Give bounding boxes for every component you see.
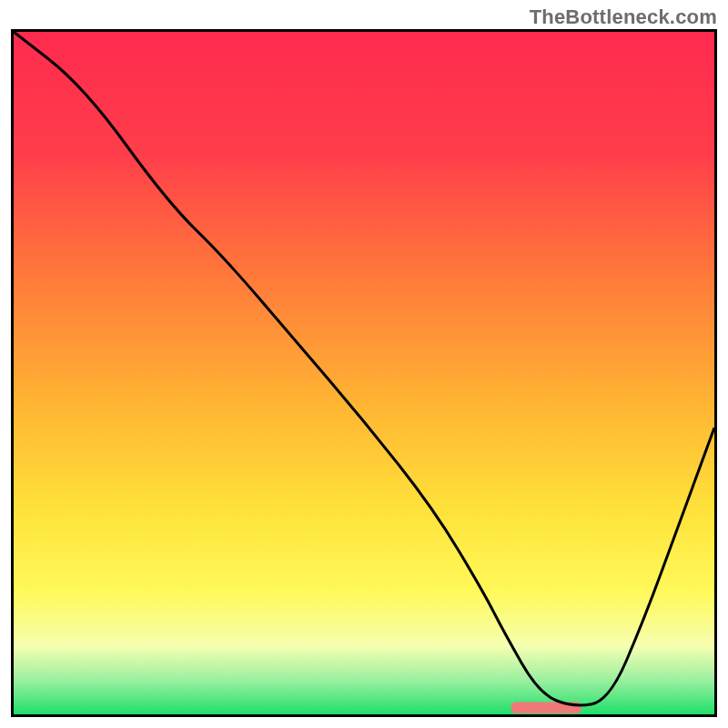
plot-area xyxy=(11,29,717,717)
watermark-text: TheBottleneck.com xyxy=(530,5,717,29)
bottleneck-chart xyxy=(11,29,717,717)
chart-stage: TheBottleneck.com xyxy=(0,0,728,728)
